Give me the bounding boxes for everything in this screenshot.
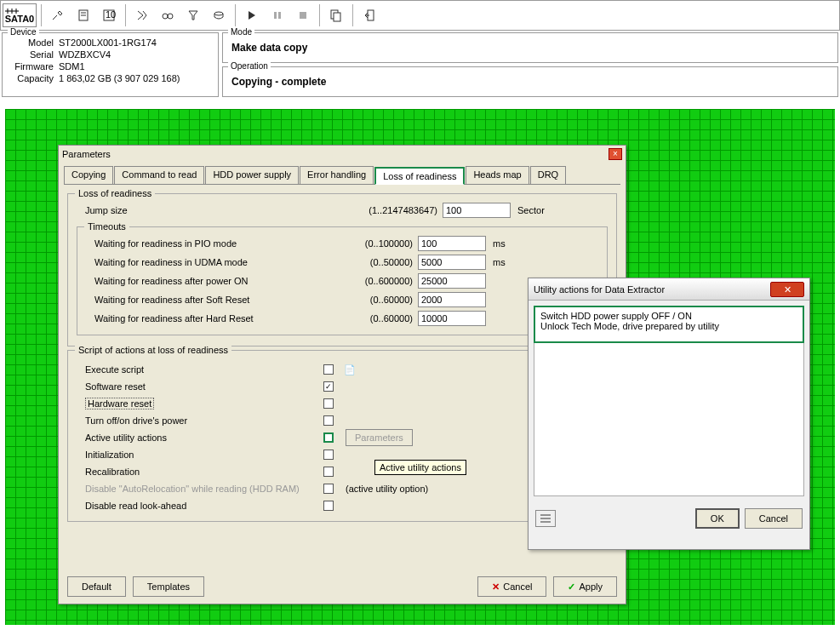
tab-command[interactable]: Command to read <box>114 166 204 184</box>
checkbox-7[interactable] <box>323 484 334 494</box>
ok-button[interactable]: OK <box>695 508 740 529</box>
tab-power[interactable]: HDD power supply <box>205 166 299 184</box>
tab-heads[interactable]: Heads map <box>466 166 529 184</box>
svg-rect-13 <box>278 12 281 19</box>
svg-point-11 <box>214 12 223 15</box>
utility-item[interactable]: Unlock Tech Mode, drive prepared by util… <box>540 321 797 331</box>
tab-drq[interactable]: DRQ <box>530 166 566 184</box>
svg-point-9 <box>163 14 168 19</box>
timeout-input-0[interactable] <box>418 236 486 251</box>
close-icon[interactable]: × <box>609 148 622 160</box>
copy-icon[interactable] <box>324 3 348 27</box>
utility-dialog: Utility actions for Data Extractor ✕ Swi… <box>528 278 810 550</box>
svg-rect-16 <box>334 13 340 21</box>
binoculars-icon[interactable] <box>156 3 180 27</box>
browse-icon[interactable]: 📄 <box>344 364 356 375</box>
svg-point-10 <box>168 14 173 19</box>
checkbox-4[interactable] <box>323 432 334 443</box>
funnel-icon[interactable] <box>181 3 205 27</box>
sata-button[interactable]: SATA0 <box>3 3 37 27</box>
tab-copying[interactable]: Copying <box>64 166 113 184</box>
timeout-input-2[interactable] <box>418 273 486 289</box>
apply-button[interactable]: ✓Apply <box>553 576 617 597</box>
list-icon[interactable] <box>535 510 556 527</box>
default-button[interactable]: Default <box>67 576 126 597</box>
timeout-input-3[interactable] <box>418 292 486 307</box>
device-panel: Device ModelST2000LX001-1RG174 SerialWDZ… <box>2 32 219 97</box>
checkbox-1[interactable] <box>323 381 334 392</box>
svg-text:100: 100 <box>106 9 116 20</box>
exit-icon[interactable] <box>357 3 381 27</box>
timeout-input-1[interactable] <box>418 255 486 270</box>
mode-panel: Mode Make data copy <box>222 32 838 63</box>
arrow-icon[interactable] <box>130 3 154 27</box>
cancel-button[interactable]: ✕Cancel <box>477 576 546 597</box>
parameters-button[interactable]: Parameters <box>346 429 413 446</box>
checkbox-5[interactable] <box>323 450 334 460</box>
svg-rect-12 <box>274 12 277 19</box>
timeout-input-4[interactable] <box>418 311 486 326</box>
checkbox-6[interactable] <box>323 467 334 477</box>
utility-item[interactable]: Switch HDD power supply OFF / ON <box>540 311 797 321</box>
dialog-title: Parameters <box>62 149 111 159</box>
tooltip: Active utility actions <box>374 460 466 475</box>
stop-icon[interactable] <box>291 3 315 27</box>
sector-map: Parameters × Copying Command to read HDD… <box>5 109 835 625</box>
checkbox-0[interactable] <box>323 364 334 375</box>
operation-panel: Operation Copying - complete <box>222 66 838 97</box>
tab-loss[interactable]: Loss of readiness <box>374 167 465 185</box>
percent-icon[interactable]: 100 <box>97 3 121 27</box>
tab-error[interactable]: Error handling <box>300 166 374 184</box>
main-toolbar: SATA0 100 <box>0 0 840 31</box>
tab-bar: Copying Command to read HDD power supply… <box>64 166 620 185</box>
document-icon[interactable] <box>71 3 95 27</box>
svg-rect-14 <box>300 12 306 19</box>
close-icon[interactable]: ✕ <box>770 282 804 297</box>
checkbox-3[interactable] <box>323 415 334 426</box>
checkbox-8[interactable] <box>323 501 334 511</box>
tools-icon[interactable] <box>46 3 70 27</box>
templates-button[interactable]: Templates <box>133 576 204 597</box>
disk-icon[interactable] <box>207 3 231 27</box>
play-icon[interactable] <box>240 3 264 27</box>
utility-list[interactable]: Switch HDD power supply OFF / ON Unlock … <box>534 306 804 343</box>
cancel-button[interactable]: Cancel <box>745 508 803 529</box>
pause-icon[interactable] <box>266 3 289 27</box>
jump-size-input[interactable] <box>443 203 511 218</box>
utility-title: Utility actions for Data Extractor <box>534 284 665 295</box>
checkbox-2[interactable] <box>323 398 334 409</box>
